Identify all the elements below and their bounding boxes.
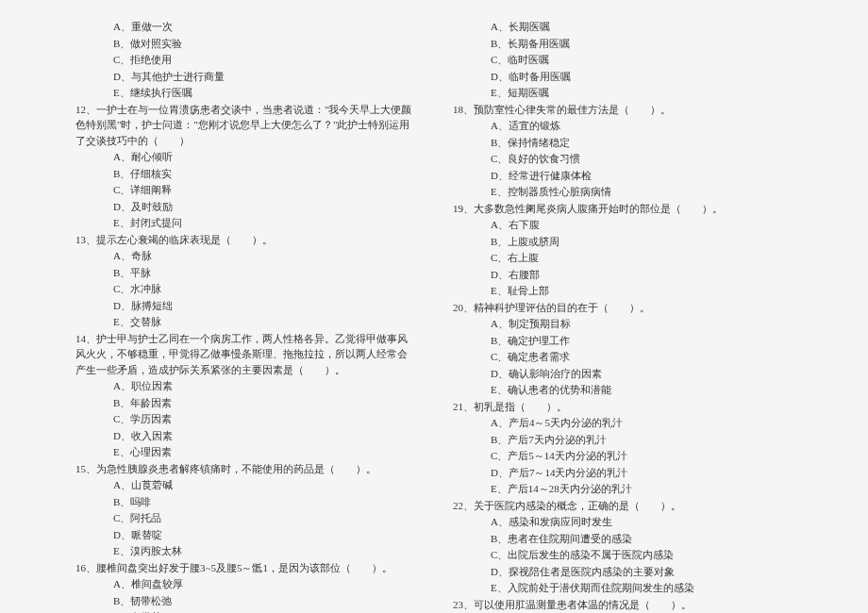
option-text: B、产后7天内分泌的乳汁 xyxy=(453,432,793,448)
option-text: E、继续执行医嘱 xyxy=(75,85,415,101)
option-text: A、感染和发病应同时发生 xyxy=(453,514,793,530)
option-text: B、确定护理工作 xyxy=(453,333,793,349)
option-text: A、耐心倾听 xyxy=(75,149,415,165)
option-text: A、产后4～5天内分泌的乳汁 xyxy=(453,415,793,431)
question-23: 23、可以使用肛温测量患者体温的情况是（ ）。 xyxy=(453,597,793,613)
option-text: B、做对照实验 xyxy=(75,36,415,52)
option-text: D、探视陪住者是医院内感染的主要对象 xyxy=(453,564,793,580)
question-13: 13、提示左心衰竭的临床表现是（ ）。 xyxy=(75,232,415,248)
option-text: D、右腰部 xyxy=(453,267,793,283)
option-text: A、奇脉 xyxy=(75,248,415,264)
option-text: A、长期医嘱 xyxy=(453,19,793,35)
option-text: E、封闭式提问 xyxy=(75,215,415,231)
option-text: D、收入因素 xyxy=(75,428,415,444)
option-text: C、学历因素 xyxy=(75,411,415,427)
option-text: D、产后7～14天内分泌的乳汁 xyxy=(453,465,793,481)
option-text: C、出院后发生的感染不属于医院内感染 xyxy=(453,547,793,563)
option-text: B、仔细核实 xyxy=(75,166,415,182)
option-text: A、制定预期目标 xyxy=(453,316,793,332)
option-text: D、与其他护士进行商量 xyxy=(75,69,415,85)
question-15: 15、为急性胰腺炎患者解疼镇痛时，不能使用的药品是（ ）。 xyxy=(75,461,415,477)
option-text: D、临时备用医嘱 xyxy=(453,69,793,85)
option-text: E、心理因素 xyxy=(75,444,415,460)
option-text: C、水冲脉 xyxy=(75,281,415,297)
option-text: A、重做一次 xyxy=(75,19,415,35)
option-text: B、长期备用医嘱 xyxy=(453,36,793,52)
question-20: 20、精神科护理评估的目的在于（ ）。 xyxy=(453,300,793,316)
question-16: 16、腰椎间盘突出好发于腰3~5及腰5～骶1，是因为该部位（ ）。 xyxy=(75,560,415,576)
option-text: E、控制器质性心脏病病情 xyxy=(453,184,793,200)
question-18: 18、预防室性心律失常的最佳方法是（ ）。 xyxy=(453,102,793,118)
option-text: D、脉搏短绌 xyxy=(75,298,415,314)
option-text: A、右下腹 xyxy=(453,217,793,233)
option-text: D、及时鼓励 xyxy=(75,199,415,215)
question-22: 22、关于医院内感染的概念，正确的是（ ）。 xyxy=(453,498,793,514)
option-text: B、平脉 xyxy=(75,265,415,281)
option-text: E、耻骨上部 xyxy=(453,283,793,299)
option-text: B、吗啡 xyxy=(75,494,415,510)
option-text: B、患者在住院期间遭受的感染 xyxy=(453,531,793,547)
option-text: C、阿托品 xyxy=(75,510,415,526)
question-14: 14、护士甲与护士乙同在一个病房工作，两人性格各异。乙觉得甲做事风风火火，不够稳… xyxy=(75,331,415,378)
option-text: B、保持情绪稳定 xyxy=(453,135,793,151)
option-text: D、确认影响治疗的因素 xyxy=(453,366,793,382)
option-text: C、产后5～14天内分泌的乳汁 xyxy=(453,448,793,464)
option-text: E、确认患者的优势和潜能 xyxy=(453,382,793,398)
option-text: B、年龄因素 xyxy=(75,395,415,411)
option-text: C、右上腹 xyxy=(453,250,793,266)
option-text: A、适宜的锻炼 xyxy=(453,118,793,134)
option-text: C、血供差 xyxy=(75,609,415,613)
question-21: 21、初乳是指（ ）。 xyxy=(453,399,793,415)
option-text: B、上腹或脐周 xyxy=(453,234,793,250)
question-12: 12、一护士在与一位胃溃疡患者交谈中，当患者说道："我今天早上大便颜色特别黑"时… xyxy=(75,102,415,149)
option-text: C、详细阐释 xyxy=(75,182,415,198)
option-text: E、产后14～28天内分泌的乳汁 xyxy=(453,481,793,497)
option-text: B、韧带松弛 xyxy=(75,593,415,609)
option-text: E、入院前处于潜伏期而住院期间发生的感染 xyxy=(453,580,793,596)
option-text: D、哌替啶 xyxy=(75,527,415,543)
option-text: A、山莨菪碱 xyxy=(75,477,415,493)
right-column: A、长期医嘱 B、长期备用医嘱 C、临时医嘱 D、临时备用医嘱 E、短期医嘱 1… xyxy=(453,19,793,613)
option-text: A、椎间盘较厚 xyxy=(75,576,415,592)
question-19: 19、大多数急性阑尾炎病人腹痛开始时的部位是（ ）。 xyxy=(453,201,793,217)
left-column: A、重做一次 B、做对照实验 C、拒绝使用 D、与其他护士进行商量 E、继续执行… xyxy=(75,19,415,613)
option-text: C、拒绝使用 xyxy=(75,52,415,68)
option-text: D、经常进行健康体检 xyxy=(453,168,793,184)
option-text: E、溴丙胺太林 xyxy=(75,543,415,559)
option-text: C、良好的饮食习惯 xyxy=(453,151,793,167)
option-text: E、短期医嘱 xyxy=(453,85,793,101)
option-text: A、职位因素 xyxy=(75,378,415,394)
option-text: E、交替脉 xyxy=(75,314,415,330)
option-text: C、临时医嘱 xyxy=(453,52,793,68)
option-text: C、确定患者需求 xyxy=(453,349,793,365)
